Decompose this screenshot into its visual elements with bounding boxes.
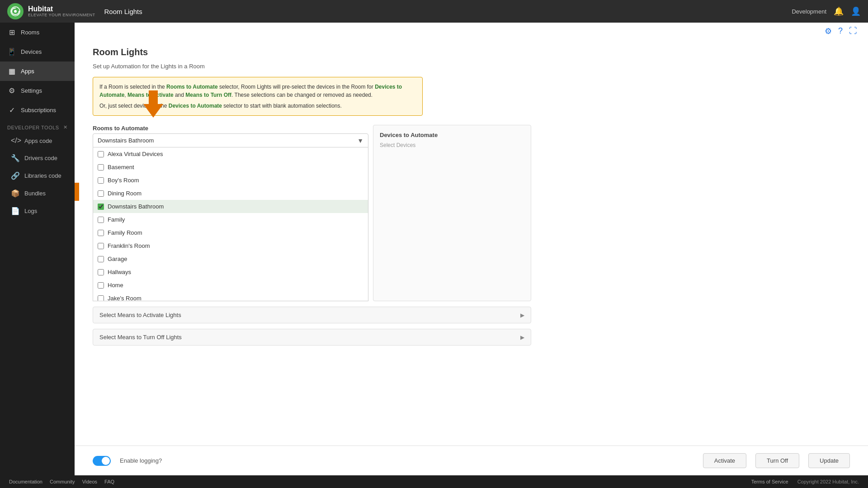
gear-icon[interactable]: ⚙	[825, 26, 832, 36]
checkbox-boys-room[interactable]	[98, 177, 104, 184]
checkbox-jakes-room[interactable]	[98, 295, 104, 302]
sidebar-label-devices: Devices	[21, 48, 42, 55]
collapse-icon[interactable]: ✕	[63, 124, 68, 130]
turn-off-button[interactable]: Turn Off	[755, 453, 799, 468]
sidebar-label-libraries-code: Libraries code	[24, 172, 61, 179]
checkbox-alexa[interactable]	[98, 151, 104, 157]
rooms-to-automate-link: Rooms to Automate	[166, 84, 218, 90]
devices-placeholder: Select Devices	[380, 142, 524, 148]
checkbox-downstairs-bathroom[interactable]	[98, 204, 104, 210]
sidebar-item-apps-code[interactable]: </> Apps code	[0, 132, 75, 149]
accordion-activate[interactable]: Select Means to Activate Lights ▶	[93, 307, 531, 323]
bottom-bar: Enable logging? Activate Turn Off Update	[75, 445, 868, 475]
checkbox-family-room[interactable]	[98, 230, 104, 236]
header-page-title: Room Lights	[104, 8, 792, 15]
sidebar-label-subscriptions: Subscriptions	[21, 107, 56, 114]
checkbox-home[interactable]	[98, 282, 104, 289]
annotation-arrow2: 2	[75, 183, 79, 201]
rooms-dropdown-header[interactable]: Downstairs Bathroom ▼	[93, 133, 368, 147]
sidebar-item-rooms[interactable]: ⊞ Rooms	[0, 23, 75, 42]
drivers-code-icon: 🔧	[11, 154, 20, 162]
dropdown-item-alexa[interactable]: Alexa Virtual Devices	[93, 147, 368, 161]
rooms-selected-value: Downstairs Bathroom	[93, 134, 353, 147]
rooms-dropdown-list[interactable]: Alexa Virtual Devices Basement Boy's Roo…	[93, 147, 368, 301]
dev-label: Development	[792, 8, 826, 15]
sidebar-item-bundles[interactable]: 📦 Bundles	[0, 185, 75, 202]
developer-tools-header: Developer tools ✕	[0, 120, 75, 132]
dropdown-item-family-room[interactable]: Family Room	[93, 226, 368, 239]
sidebar-label-apps: Apps	[21, 68, 34, 75]
sidebar-label-settings: Settings	[21, 87, 42, 94]
checkbox-hallways[interactable]	[98, 269, 104, 275]
sidebar-label-logs: Logs	[24, 208, 37, 214]
page-title: Room Lights	[93, 47, 850, 57]
rooms-col: Rooms to Automate Downstairs Bathroom ▼ …	[93, 125, 368, 301]
accordion-turnoff-arrow: ▶	[520, 334, 524, 341]
footer-links: Documentation Community Videos FAQ	[9, 479, 114, 484]
devices-to-automate-link2: Devices to Automate	[169, 103, 222, 109]
devices-icon: 📱	[7, 47, 16, 56]
apps-code-icon: </>	[11, 137, 20, 145]
checkbox-dining-room[interactable]	[98, 190, 104, 197]
update-button[interactable]: Update	[808, 453, 850, 468]
toggle-knob	[102, 457, 110, 465]
page-footer: Documentation Community Videos FAQ Terms…	[0, 475, 868, 488]
footer-terms[interactable]: Terms of Service	[751, 479, 788, 484]
accordion-activate-header[interactable]: Select Means to Activate Lights ▶	[93, 307, 531, 323]
developer-tools-label: Developer tools	[7, 125, 59, 130]
activate-button[interactable]: Activate	[703, 453, 746, 468]
sidebar-item-apps[interactable]: ▦ Apps	[0, 62, 75, 81]
user-icon[interactable]: 👤	[851, 6, 861, 16]
devices-label: Devices to Automate	[380, 132, 524, 138]
sidebar-item-drivers-code[interactable]: 🔧 Drivers code	[0, 149, 75, 167]
logo-tagline: ELEVATE YOUR ENVIRONMENT	[28, 13, 95, 18]
bundles-icon: 📦	[11, 189, 20, 198]
footer-community[interactable]: Community	[50, 479, 75, 484]
footer-videos[interactable]: Videos	[82, 479, 97, 484]
dropdown-item-jakes-room[interactable]: Jake's Room	[93, 292, 368, 301]
sidebar-item-subscriptions[interactable]: ✓ Subscriptions	[0, 100, 75, 120]
footer-documentation[interactable]: Documentation	[9, 479, 42, 484]
footer-copyright: Copyright 2022 Hubitat, Inc.	[797, 479, 859, 484]
help-icon[interactable]: ?	[838, 26, 843, 36]
sidebar-item-logs[interactable]: 📄 Logs	[0, 202, 75, 220]
checkbox-franklins-room[interactable]	[98, 243, 104, 249]
sidebar-item-devices[interactable]: 📱 Devices	[0, 42, 75, 62]
dropdown-item-family[interactable]: Family	[93, 213, 368, 226]
info-line2: Or, just select devices in the Devices t…	[99, 102, 416, 110]
dropdown-item-boys-room[interactable]: Boy's Room	[93, 174, 368, 187]
expand-icon[interactable]: ⛶	[849, 26, 857, 36]
logo-area[interactable]: Hubitat ELEVATE YOUR ENVIRONMENT	[7, 3, 95, 19]
dropdown-item-hallways[interactable]: Hallways	[93, 265, 368, 279]
accordion-turnoff-header[interactable]: Select Means to Turn Off Lights ▶	[93, 329, 531, 345]
accordion-activate-label: Select Means to Activate Lights	[99, 312, 181, 318]
checkbox-garage[interactable]	[98, 256, 104, 262]
checkbox-family[interactable]	[98, 217, 104, 223]
content-inner: Room Lights Set up Automation for the Li…	[75, 36, 868, 445]
sidebar-label-apps-code: Apps code	[24, 137, 52, 144]
accordion-turnoff-label: Select Means to Turn Off Lights	[99, 334, 182, 341]
main-layout: ⊞ Rooms 📱 Devices ▦ Apps ⚙ Settings ✓ Su…	[0, 23, 868, 475]
subscriptions-icon: ✓	[7, 106, 16, 114]
dropdown-item-dining-room[interactable]: Dining Room	[93, 187, 368, 200]
dropdown-item-garage[interactable]: Garage	[93, 252, 368, 265]
svg-point-1	[14, 10, 17, 13]
sidebar-item-libraries-code[interactable]: 🔗 Libraries code	[0, 167, 75, 185]
sidebar: ⊞ Rooms 📱 Devices ▦ Apps ⚙ Settings ✓ Su…	[0, 23, 75, 475]
accordion-activate-arrow: ▶	[520, 312, 524, 318]
checkbox-basement[interactable]	[98, 164, 104, 171]
logging-toggle[interactable]	[93, 456, 111, 466]
sidebar-item-settings[interactable]: ⚙ Settings	[0, 81, 75, 100]
sidebar-label-rooms: Rooms	[21, 29, 39, 36]
dropdown-item-franklins-room[interactable]: Franklin's Room	[93, 239, 368, 252]
accordion-turnoff[interactable]: Select Means to Turn Off Lights ▶	[93, 329, 531, 346]
dropdown-item-home[interactable]: Home	[93, 279, 368, 292]
dropdown-item-downstairs-bathroom[interactable]: Downstairs Bathroom	[93, 200, 368, 213]
dropdown-item-basement[interactable]: Basement	[93, 161, 368, 174]
footer-faq[interactable]: FAQ	[104, 479, 114, 484]
logs-icon: 📄	[11, 207, 20, 215]
setup-subtitle: Set up Automation for the Lights in a Ro…	[93, 63, 850, 70]
notification-icon[interactable]: 🔔	[834, 6, 844, 16]
logo-name: Hubitat	[28, 5, 95, 13]
sidebar-label-bundles: Bundles	[24, 190, 46, 197]
